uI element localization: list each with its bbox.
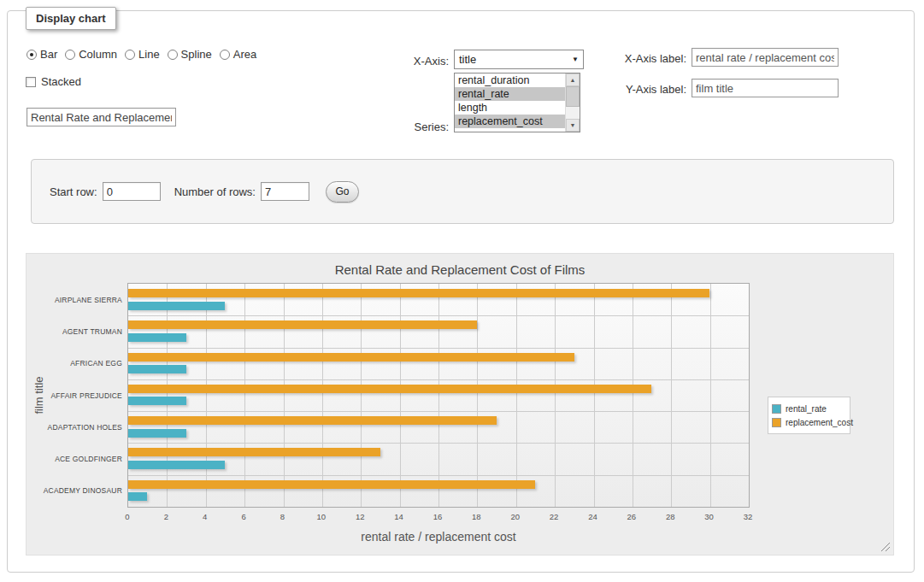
x-axis-title: rental rate / replacement cost (127, 530, 750, 544)
chart-type-label: Spline (181, 48, 212, 61)
bar-rental_rate (128, 461, 225, 469)
series-scrollbar[interactable]: ▲ ▼ (565, 73, 580, 132)
series-option-replacement_cost[interactable]: replacement_cost (455, 115, 565, 128)
series-option-rental_rate[interactable]: rental_rate (455, 87, 565, 101)
x-tick-label: 14 (386, 512, 412, 521)
grid-line-vertical (710, 284, 711, 507)
start-row-input[interactable] (103, 182, 161, 201)
chart-panel: Rental Rate and Replacement Cost of Film… (26, 253, 894, 556)
legend-item: rental_rate (772, 402, 846, 415)
grid-line-vertical (477, 284, 478, 507)
chart-type-label: Area (233, 48, 256, 61)
y-axis-label-field-label: Y-Axis label: (598, 83, 686, 96)
series-field-label: Series: (359, 121, 449, 133)
chart-type-label: Column (79, 48, 117, 61)
series-options-list: rental_durationrental_ratelengthreplacem… (455, 73, 565, 132)
radio-icon[interactable] (26, 50, 37, 60)
grid-line-horizontal (128, 411, 749, 412)
scroll-up-icon[interactable]: ▲ (566, 73, 580, 86)
grid-line-vertical (516, 284, 517, 507)
num-rows-label: Number of rows: (174, 185, 256, 198)
y-axis-label-input[interactable] (692, 79, 839, 97)
x-tick-label: 16 (425, 512, 450, 521)
chart-type-option-column[interactable]: Column (65, 48, 117, 61)
y-category-label: ADAPTATION HOLES (26, 423, 122, 432)
stacked-label: Stacked (41, 75, 81, 88)
stacked-option[interactable]: Stacked (26, 75, 81, 88)
bar-rental_rate (128, 302, 225, 310)
radio-icon[interactable] (65, 50, 75, 60)
x-axis-select[interactable]: title ▼ (454, 50, 584, 69)
chart-type-option-spline[interactable]: Spline (168, 48, 212, 61)
chart-type-option-area[interactable]: Area (220, 48, 256, 61)
series-listbox[interactable]: rental_durationrental_ratelengthreplacem… (454, 73, 580, 132)
scroll-down-icon[interactable]: ▼ (566, 119, 580, 132)
x-tick-label: 28 (657, 512, 683, 521)
y-category-label: AFRICAN EGG (26, 359, 122, 367)
row-range-panel: Start row: Number of rows: Go (31, 159, 894, 224)
scrollbar-thumb[interactable] (566, 86, 580, 107)
x-tick-labels: 02468101214161820222426283032 (127, 512, 750, 522)
legend-label: rental_rate (786, 404, 827, 414)
x-tick-label: 30 (697, 512, 722, 521)
chart-title: Rental Rate and Replacement Cost of Film… (26, 262, 893, 277)
y-category-label: ACE GOLDFINGER (26, 455, 122, 463)
series-option-rental_duration[interactable]: rental_duration (455, 73, 565, 87)
bar-rental_rate (128, 492, 147, 501)
grid-line-vertical (594, 284, 595, 507)
legend-swatch (772, 418, 781, 427)
bar-replacement_cost (128, 289, 709, 297)
bar-replacement_cost (128, 480, 535, 489)
grid-line-vertical (438, 284, 439, 507)
y-category-label: AFFAIR PREJUDICE (26, 391, 122, 400)
grid-line-horizontal (128, 348, 749, 349)
x-tick-label: 2 (153, 512, 179, 521)
chart-type-option-line[interactable]: Line (125, 48, 160, 61)
grid-line-vertical (322, 284, 323, 507)
bar-replacement_cost (128, 320, 477, 329)
bar-replacement_cost (128, 353, 574, 362)
bar-rental_rate (128, 429, 186, 438)
x-tick-label: 22 (541, 512, 567, 521)
x-tick-label: 12 (347, 512, 373, 521)
grid-line-horizontal (128, 379, 749, 380)
radio-icon[interactable] (168, 50, 178, 60)
start-row-label: Start row: (50, 185, 97, 198)
legend-item: replacement_cost (772, 415, 846, 429)
chart-legend: rental_ratereplacement_cost (768, 397, 850, 434)
bar-rental_rate (128, 397, 186, 405)
x-axis-label-input[interactable] (692, 48, 839, 67)
chart-type-label: Bar (40, 48, 57, 61)
legend-label: replacement_cost (786, 418, 853, 427)
go-button[interactable]: Go (326, 181, 359, 203)
x-tick-label: 26 (619, 512, 644, 521)
chevron-down-icon: ▼ (572, 56, 579, 63)
bar-replacement_cost (128, 448, 380, 456)
x-axis-label-field-label: X-Axis label: (598, 52, 686, 65)
x-tick-label: 0 (115, 512, 140, 521)
chart-type-option-bar[interactable]: Bar (26, 48, 57, 61)
radio-icon[interactable] (125, 50, 135, 60)
grid-line-vertical (400, 284, 401, 507)
chart-type-radio-group: BarColumnLineSplineArea (26, 48, 264, 61)
y-category-labels: AIRPLANE SIERRAAGENT TRUMANAFRICAN EGGAF… (26, 283, 122, 508)
grid-line-vertical (206, 284, 207, 507)
chart-title-input[interactable] (26, 108, 176, 126)
grid-line-horizontal (128, 475, 749, 476)
chart-resize-handle[interactable] (880, 542, 891, 552)
grid-line-vertical (671, 284, 672, 507)
chart-type-label: Line (138, 48, 160, 61)
radio-icon[interactable] (220, 50, 230, 60)
x-tick-label: 6 (231, 512, 256, 521)
num-rows-input[interactable] (261, 182, 309, 201)
plot-area (127, 283, 750, 508)
series-option-length[interactable]: length (455, 101, 565, 115)
x-axis-field-label: X-Axis: (359, 55, 449, 68)
stacked-checkbox-icon[interactable] (26, 77, 36, 87)
x-axis-selected-value: title (459, 53, 476, 66)
bar-replacement_cost (128, 385, 651, 393)
grid-line-horizontal (128, 315, 749, 316)
x-tick-label: 4 (192, 512, 218, 521)
grid-line-horizontal (128, 443, 749, 444)
x-tick-label: 18 (463, 512, 489, 521)
